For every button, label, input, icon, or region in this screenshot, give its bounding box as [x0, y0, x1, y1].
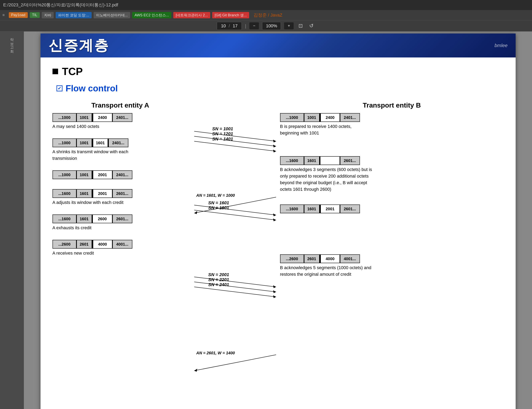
- svg-line-6: [194, 141, 276, 151]
- tcp-title: TCP: [62, 65, 83, 77]
- svg-marker-13: [273, 214, 276, 216]
- cell: 2400: [92, 113, 112, 122]
- pdf-body: TCP ✔ Flow control Transport entity A ..…: [40, 57, 516, 409]
- cell: 2601...: [112, 214, 132, 223]
- desc-a5: A exhausts its credit: [53, 224, 188, 231]
- bookmark-git[interactable]: [Git] Git Branch 생...: [212, 12, 249, 18]
- cell: 2601...: [340, 204, 360, 213]
- svg-text:SN = 1001: SN = 1001: [212, 126, 233, 131]
- cell: 2400: [320, 113, 340, 122]
- zoom-display[interactable]: 100%: [262, 22, 281, 30]
- bookmark-python[interactable]: 파이썬 코딩 도장:...: [56, 12, 92, 18]
- buffer-a1: ...1000 1001 2400 2401...: [53, 113, 188, 122]
- cell: 4001...: [112, 240, 132, 249]
- svg-marker-1: [273, 140, 276, 142]
- svg-marker-28: [194, 369, 197, 372]
- cell: 2401...: [340, 113, 360, 122]
- desc-b2: B acknowledges 3 segments (600 octets) b…: [280, 166, 396, 193]
- nav-separator: |: [245, 23, 246, 29]
- cell: ...2600: [53, 240, 76, 249]
- desc-b4: B acknowledges 5 segments (1000 octets) …: [280, 264, 396, 278]
- cell: ...1000: [53, 170, 76, 179]
- pdf-slide-title: 신증계층: [48, 36, 109, 55]
- bullet-square: [53, 69, 58, 74]
- svg-line-18: [194, 277, 276, 287]
- cell: 1601: [304, 204, 320, 213]
- bookmark-network[interactable]: [네트워크관리사 2...: [173, 12, 210, 18]
- pdf-brand: bmlee: [494, 43, 507, 48]
- cell: 2601...: [340, 156, 360, 165]
- bookmark-kimjungjun[interactable]: 김정준 / JavaZ: [251, 11, 285, 19]
- svg-text:AN = 2601, W = 1400: AN = 2601, W = 1400: [196, 351, 235, 355]
- cell: 1601: [304, 156, 320, 165]
- bookmark-bar: ≡ Pay1oad TIL 자바 파이썬 코딩 도장:... 이노베이션아카데.…: [0, 10, 532, 20]
- left-block-1: ...1000 1001 2400 2401... A may send 140…: [53, 113, 188, 130]
- cell: 2601...: [112, 189, 132, 198]
- cell: ...1600: [53, 214, 76, 223]
- cell: 1001: [304, 113, 320, 122]
- svg-marker-19: [273, 285, 276, 288]
- rotate-button[interactable]: ↺: [308, 22, 315, 30]
- bookmark-til[interactable]: TIL: [30, 12, 40, 18]
- buffer-row: ...1000 1001 2400 2401...: [53, 113, 188, 122]
- buffer-row: ...1600 1601 2600 2601...: [53, 214, 188, 223]
- zoom-in-button[interactable]: +: [284, 22, 294, 29]
- cell: ...1600: [280, 204, 304, 213]
- buffer-a3: ...1000 1001 2001 2401...: [53, 170, 188, 179]
- right-block-2: ...1600 1601 2601... B acknowledges 3 se…: [280, 156, 504, 193]
- bookmark-payload[interactable]: Pay1oad: [9, 12, 28, 18]
- cell: 4000: [92, 240, 112, 249]
- pdf-header: 신증계층 bmlee: [40, 34, 516, 57]
- cell: 2601: [304, 254, 320, 263]
- svg-line-24: [194, 287, 276, 297]
- buffer-a6: ...2600 2601 4000 4001...: [53, 240, 188, 249]
- bookmark-java[interactable]: 자바: [42, 12, 54, 18]
- buffer-b4: ...2600 2601 4000 4001...: [280, 254, 504, 263]
- buffer-a2: ...1000 1001 1601 2401...: [53, 139, 188, 147]
- title-bar: E:/2023_2/데이터%20통신/자료/강의록(데이터통신)-12.pdf: [0, 0, 532, 10]
- cell: 1601: [76, 189, 92, 198]
- cell: 1001: [76, 170, 92, 179]
- svg-line-0: [194, 131, 276, 141]
- left-block-6: ...2600 2601 4000 4001... A receives new…: [53, 240, 188, 256]
- left-panel: 락 보고회: [0, 31, 24, 409]
- flow-control-label: Flow control: [66, 84, 118, 93]
- cell: ...1600: [53, 189, 76, 198]
- flow-control-heading: ✔ Flow control: [57, 84, 504, 93]
- svg-text:AN = 1601, W = 1000: AN = 1601, W = 1000: [196, 193, 235, 197]
- fit-page-button[interactable]: ⊡: [297, 22, 304, 30]
- svg-marker-16: [273, 218, 276, 221]
- buffer-b2: ...1600 1601 2601...: [280, 156, 504, 165]
- svg-line-9: [194, 197, 276, 213]
- svg-line-21: [194, 282, 276, 292]
- right-block-1: ...1000 1001 2400 2401... B is prepared …: [280, 113, 504, 136]
- left-block-4: ...1600 1601 2001 2601... A adjusts its …: [53, 189, 188, 206]
- entity-b-title: Transport entity B: [280, 101, 504, 109]
- cell: 2001: [92, 170, 112, 179]
- svg-marker-25: [273, 295, 276, 298]
- svg-text:SN = 2001: SN = 2001: [208, 272, 229, 277]
- desc-b1: B is prepared to receive 1400 octets,beg…: [280, 123, 504, 136]
- cell: ...2600: [280, 254, 304, 263]
- arrows-svg: SN = 1001 SN = 1201 SN = 1401 AN = 1601,…: [192, 101, 280, 409]
- desc-a1: A may send 1400 octets: [53, 123, 188, 130]
- cell: [320, 156, 340, 165]
- buffer-row: ...1000 1001 1601 2401...: [53, 139, 188, 147]
- bookmark-aws[interactable]: AWS EC2 인스턴스...: [132, 12, 171, 18]
- svg-marker-22: [273, 290, 276, 293]
- sidebar-label: 락 보고회: [10, 36, 14, 51]
- entity-a-column: Transport entity A ...1000 1001 2400 240…: [53, 101, 192, 409]
- left-block-2: ...1000 1001 1601 2401... A shrinks its …: [53, 139, 188, 162]
- buffer-row: ...1600 1601 2001 2601...: [53, 189, 188, 198]
- svg-marker-7: [273, 150, 276, 152]
- pdf-area: 신증계층 bmlee TCP ✔ Flow control Transport …: [24, 31, 532, 409]
- svg-text:SN = 1201: SN = 1201: [212, 131, 233, 136]
- checkbox-icon: ✔: [57, 85, 63, 91]
- page-indicator[interactable]: 10 / 17: [217, 22, 242, 30]
- zoom-out-button[interactable]: −: [249, 22, 259, 29]
- svg-marker-10: [194, 211, 197, 214]
- nav-bar: 10 / 17 | − 100% + ⊡ ↺: [0, 20, 532, 31]
- bookmark-innovation[interactable]: 이노베이션아카데...: [94, 12, 130, 18]
- cell: 2401...: [112, 170, 132, 179]
- buffer-row: ...1000 1001 2001 2401...: [53, 170, 188, 179]
